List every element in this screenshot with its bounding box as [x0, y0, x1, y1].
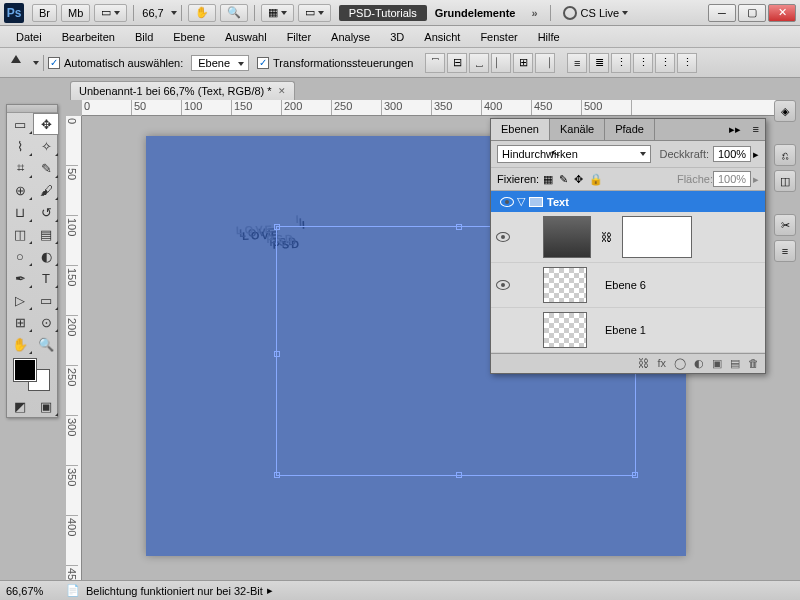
align-left[interactable]: ⎸: [491, 53, 511, 73]
bridge-button[interactable]: Br: [32, 4, 57, 22]
dock-edit-icon[interactable]: ✂: [774, 214, 796, 236]
layer-name[interactable]: Ebene 1: [605, 324, 646, 336]
maximize-button[interactable]: ▢: [738, 4, 766, 22]
layer-row[interactable]: Ebene 1: [491, 308, 765, 353]
menu-hilfe[interactable]: Hilfe: [528, 28, 570, 46]
vertical-ruler[interactable]: 050100150200250300350400450500550600: [66, 116, 82, 580]
layer-group-text[interactable]: ▽ Text: [491, 191, 765, 212]
link-icon[interactable]: ⛓: [601, 231, 612, 243]
gradient-tool[interactable]: ▤: [33, 223, 59, 245]
status-doc-icon[interactable]: 📄: [66, 584, 80, 597]
arrange-button[interactable]: ▦: [261, 4, 294, 22]
dodge-tool[interactable]: ◐: [33, 245, 59, 267]
panel-collapse-icon[interactable]: ▸▸: [723, 119, 747, 140]
transform-checkbox[interactable]: ✓: [257, 57, 269, 69]
distribute-2[interactable]: ≣: [589, 53, 609, 73]
dock-layers2-icon[interactable]: ≡: [774, 240, 796, 262]
stamp-tool[interactable]: ⊔: [7, 201, 33, 223]
add-mask-icon[interactable]: ◯: [674, 357, 686, 370]
menu-3d[interactable]: 3D: [380, 28, 414, 46]
zoom-dropdown-icon[interactable]: [171, 11, 177, 15]
tab-pfade[interactable]: Pfade: [605, 119, 655, 140]
3d-tool[interactable]: ⊞: [7, 311, 33, 333]
zoom-tool[interactable]: 🔍: [33, 333, 59, 355]
type-tool[interactable]: T: [33, 267, 59, 289]
visibility-icon[interactable]: [496, 280, 510, 290]
view-extras-button[interactable]: ▭: [94, 4, 127, 22]
history-brush-tool[interactable]: ↺: [33, 201, 59, 223]
menu-bild[interactable]: Bild: [125, 28, 163, 46]
zoom-level[interactable]: 66,7: [138, 7, 167, 19]
menu-ebene[interactable]: Ebene: [163, 28, 215, 46]
pen-tool[interactable]: ✒: [7, 267, 33, 289]
panel-menu-icon[interactable]: ≡: [747, 119, 765, 140]
workspace-psd-tutorials[interactable]: PSD-Tutorials: [339, 5, 427, 21]
3d-camera-tool[interactable]: ⊙: [33, 311, 59, 333]
lock-transparency-icon[interactable]: ▦: [543, 173, 553, 186]
zoom-tool-button[interactable]: 🔍: [220, 4, 248, 22]
tab-ebenen[interactable]: Ebenen: [491, 119, 550, 140]
screenmode-tool[interactable]: ▣: [33, 395, 59, 417]
horizontal-ruler[interactable]: 050100150200250300350400450500: [82, 100, 776, 116]
menu-analyse[interactable]: Analyse: [321, 28, 380, 46]
opacity-slider-icon[interactable]: ▸: [753, 148, 759, 161]
hand-tool[interactable]: ✋: [7, 333, 33, 355]
status-zoom[interactable]: 66,67%: [6, 585, 66, 597]
hand-tool-button[interactable]: ✋: [188, 4, 216, 22]
shape-tool[interactable]: ▭: [33, 289, 59, 311]
healing-tool[interactable]: ⊕: [7, 179, 33, 201]
workspace-more-icon[interactable]: »: [531, 7, 537, 19]
close-tab-icon[interactable]: ✕: [278, 86, 286, 96]
eraser-tool[interactable]: ◫: [7, 223, 33, 245]
layer-row[interactable]: Ebene 6: [491, 263, 765, 308]
folder-toggle-icon[interactable]: ▽: [517, 195, 525, 208]
visibility-icon[interactable]: [496, 232, 510, 242]
fill-slider-icon[interactable]: ▸: [753, 173, 759, 186]
menu-datei[interactable]: Datei: [6, 28, 52, 46]
menu-fenster[interactable]: Fenster: [470, 28, 527, 46]
menu-bearbeiten[interactable]: Bearbeiten: [52, 28, 125, 46]
toolbox-grip[interactable]: [7, 105, 57, 113]
move-tool[interactable]: ✥: [33, 113, 59, 135]
lock-all-icon[interactable]: 🔒: [589, 173, 603, 186]
lock-position-icon[interactable]: ✥: [574, 173, 583, 186]
brush-tool[interactable]: 🖌: [33, 179, 59, 201]
magic-wand-tool[interactable]: ✧: [33, 135, 59, 157]
cs-live-button[interactable]: CS Live: [563, 6, 629, 20]
distribute-1[interactable]: ≡: [567, 53, 587, 73]
color-swatches[interactable]: [14, 359, 50, 391]
mask-thumbnail[interactable]: [622, 216, 692, 258]
layer-thumbnail[interactable]: [543, 267, 587, 303]
menu-auswahl[interactable]: Auswahl: [215, 28, 277, 46]
adjustment-layer-icon[interactable]: ◐: [694, 357, 704, 370]
dock-layers-icon[interactable]: ◈: [774, 100, 796, 122]
screenmode-button[interactable]: ▭: [298, 4, 331, 22]
dock-shape-icon[interactable]: ◫: [774, 170, 796, 192]
quickmask-button[interactable]: ◩: [7, 395, 33, 417]
align-top[interactable]: ⎴: [425, 53, 445, 73]
menu-filter[interactable]: Filter: [277, 28, 321, 46]
foreground-color[interactable]: [14, 359, 36, 381]
eyedropper-tool[interactable]: ✎: [33, 157, 59, 179]
visibility-icon[interactable]: [500, 197, 514, 207]
blur-tool[interactable]: ○: [7, 245, 33, 267]
distribute-6[interactable]: ⋮: [677, 53, 697, 73]
new-group-icon[interactable]: ▣: [712, 357, 722, 370]
distribute-3[interactable]: ⋮: [611, 53, 631, 73]
document-tab[interactable]: Unbenannt-1 bei 66,7% (Text, RGB/8) * ✕: [70, 81, 295, 100]
align-right[interactable]: ⎹: [535, 53, 555, 73]
minimize-button[interactable]: ─: [708, 4, 736, 22]
distribute-4[interactable]: ⋮: [633, 53, 653, 73]
auto-select-type[interactable]: Ebene: [191, 55, 249, 71]
layer-thumbnail[interactable]: [543, 216, 591, 258]
lasso-tool[interactable]: ⌇: [7, 135, 33, 157]
delete-layer-icon[interactable]: 🗑: [748, 357, 759, 370]
new-layer-icon[interactable]: ▤: [730, 357, 740, 370]
link-layers-icon[interactable]: ⛓: [638, 357, 649, 370]
minibridge-button[interactable]: Mb: [61, 4, 90, 22]
auto-select-checkbox[interactable]: ✓: [48, 57, 60, 69]
distribute-5[interactable]: ⋮: [655, 53, 675, 73]
lock-pixels-icon[interactable]: ✎: [559, 173, 568, 186]
layer-name[interactable]: Ebene 6: [605, 279, 646, 291]
opacity-value[interactable]: 100%: [713, 146, 751, 162]
